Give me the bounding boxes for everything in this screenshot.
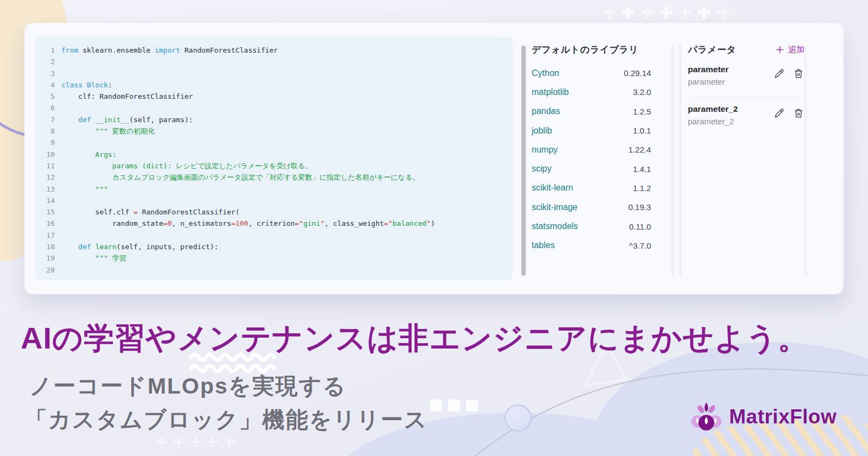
library-name: pandas (532, 106, 560, 116)
decor-squares (430, 400, 478, 411)
library-name: statsmodels (532, 221, 578, 231)
plus-decoration (174, 438, 184, 447)
trash-icon (793, 72, 805, 81)
parameter-row: parameter_2parameter_2 (688, 104, 805, 126)
plus-decoration (191, 438, 201, 447)
libraries-title: デフォルトのライブラリ (532, 43, 651, 56)
code-line: 19 """ 学習 (44, 252, 513, 264)
code-line: 2 (44, 56, 513, 67)
library-version: 1.1.2 (633, 183, 651, 193)
code-line: 16 random_state=0, n_estimators=100, cri… (44, 218, 513, 229)
edit-parameter-button[interactable] (773, 68, 785, 80)
libraries-panel: デフォルトのライブラリ Cython0.29.14matplotlib3.2.0… (532, 43, 651, 255)
parameters-panel-border (679, 46, 681, 276)
code-line: 12 カスタムブロック編集画面のパラメータ設定で「対応する変数」に指定した名前が… (44, 172, 513, 183)
delete-parameter-button[interactable] (793, 68, 805, 80)
parameters-panel: パラメータ 追加 parameterparameterparameter_2pa… (688, 43, 805, 126)
code-line: 4class Block: (44, 79, 513, 91)
plus-decoration (660, 7, 672, 18)
plus-decoration (622, 7, 634, 18)
library-version: 1.0.1 (633, 126, 651, 135)
brand-name: MatrixFlow (729, 406, 837, 428)
subtitle-line2: 「カスタムブロック」機能をリリース (25, 405, 428, 435)
plus-decoration (698, 7, 710, 18)
editor-card: 1from sklearn.ensemble import RandomFore… (24, 23, 844, 294)
code-line: 17 (44, 230, 513, 241)
headline: AIの学習やメンテナンスは非エンジニアにまかせよう。 (21, 318, 808, 359)
library-version: 1.22.4 (628, 145, 651, 154)
code-line: 1from sklearn.ensemble import RandomFore… (44, 45, 513, 56)
code-line: 13 """ (44, 183, 513, 195)
code-line: 20 (44, 264, 513, 276)
plus-decoration (717, 7, 729, 18)
code-line: 3 (44, 68, 513, 79)
code-scrollbar[interactable] (521, 46, 526, 276)
plus-decoration (225, 438, 234, 447)
library-version: ^3.7.0 (629, 241, 651, 250)
parameter-name: parameter_2 (688, 104, 738, 114)
library-name: Cython (532, 68, 559, 78)
library-row[interactable]: tables^3.7.0 (532, 236, 651, 255)
library-row[interactable]: scipy1.4.1 (532, 159, 651, 178)
library-version: 0.11.0 (629, 222, 651, 231)
library-version: 0.29.14 (624, 68, 651, 78)
add-parameter-label: 追加 (788, 45, 805, 55)
trash-icon (793, 112, 805, 121)
library-version: 1.2.5 (633, 107, 651, 116)
parameter-divider (688, 96, 805, 96)
libraries-scroll-track (672, 46, 674, 276)
parameters-scroll-track (805, 46, 807, 276)
plus-decoration (157, 438, 167, 447)
matrixflow-flower-icon (689, 398, 724, 435)
library-name: numpy (532, 145, 558, 155)
library-name: scikit-learn (532, 183, 573, 193)
libraries-list: Cython0.29.14matplotlib3.2.0pandas1.2.5j… (532, 64, 651, 255)
code-line: 11 params (dict): レシピで設定したパラメータを受け取る。 (44, 160, 513, 172)
code-line: 8 """ 変数の初期化 (44, 125, 513, 137)
parameters-list: parameterparameterparameter_2parameter_2 (688, 65, 805, 126)
library-version: 1.4.1 (633, 164, 651, 174)
library-row[interactable]: statsmodels0.11.0 (532, 217, 651, 236)
library-name: joblib (532, 126, 552, 136)
library-row[interactable]: pandas1.2.5 (532, 102, 651, 121)
library-row[interactable]: scikit-learn1.1.2 (532, 179, 651, 198)
code-lines: 1from sklearn.ensemble import RandomFore… (44, 45, 513, 276)
code-line: 6 (44, 102, 513, 113)
decor-plus-row-bottom (157, 438, 234, 447)
library-row[interactable]: matplotlib3.2.0 (532, 83, 651, 102)
plus-icon (775, 45, 784, 54)
code-line: 10 Args: (44, 149, 513, 160)
library-name: scipy (532, 164, 551, 174)
library-name: matplotlib (532, 87, 569, 97)
library-name: tables (532, 240, 555, 250)
edit-parameter-button[interactable] (773, 107, 785, 119)
library-version: 3.2.0 (633, 87, 651, 97)
pencil-icon (773, 72, 785, 81)
parameter-row: parameterparameter (688, 65, 805, 86)
page: 1from sklearn.ensemble import RandomFore… (0, 0, 868, 456)
plus-decoration (603, 7, 615, 18)
plus-decoration (208, 438, 218, 447)
library-row[interactable]: scikit-image0.19.3 (532, 198, 651, 217)
decor-circle (505, 404, 532, 432)
code-editor[interactable]: 1from sklearn.ensemble import RandomFore… (35, 37, 513, 280)
library-row[interactable]: numpy1.22.4 (532, 140, 651, 159)
code-line: 14 (44, 195, 513, 206)
parameter-variable: parameter_2 (688, 117, 738, 126)
brand-logo: MatrixFlow (689, 398, 837, 435)
library-row[interactable]: Cython0.29.14 (532, 64, 651, 83)
plus-decoration (641, 7, 653, 18)
code-line: 7 def __init__(self, params): (44, 114, 513, 125)
parameter-name: parameter (688, 65, 729, 74)
code-line: 15 self.clf = RandomForestClassifier( (44, 206, 513, 218)
decor-plus-row-top (603, 7, 729, 18)
parameters-title: パラメータ (688, 43, 736, 56)
library-row[interactable]: joblib1.0.1 (532, 121, 651, 140)
code-line: 18 def learn(self, inputs, predict): (44, 241, 513, 252)
library-name: scikit-image (532, 202, 577, 212)
plus-decoration (679, 7, 691, 18)
delete-parameter-button[interactable] (793, 107, 805, 119)
code-line: 9 (44, 137, 513, 148)
add-parameter-button[interactable]: 追加 (775, 45, 805, 55)
library-version: 0.19.3 (628, 202, 651, 212)
